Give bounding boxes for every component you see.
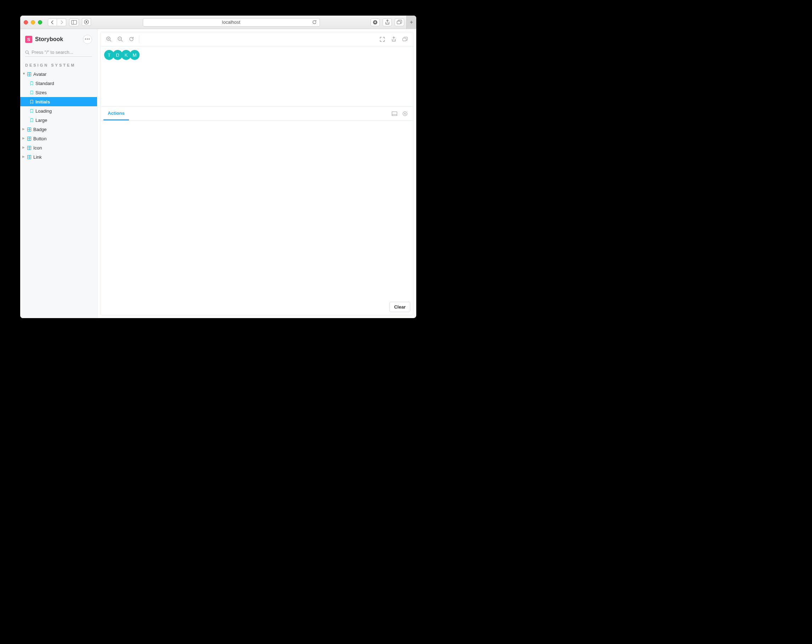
svg-point-6 bbox=[26, 51, 28, 53]
svg-rect-5 bbox=[397, 21, 401, 24]
preview-toolbar bbox=[101, 32, 413, 46]
tree-story-standard[interactable]: Standard bbox=[20, 79, 97, 88]
tree-label: Button bbox=[33, 136, 95, 141]
sidebar-heading: DESIGN SYSTEM bbox=[20, 61, 97, 69]
tree-label: Icon bbox=[33, 145, 95, 151]
sidebar-menu-button[interactable]: ••• bbox=[83, 35, 92, 44]
component-icon bbox=[27, 128, 31, 131]
svg-line-24 bbox=[110, 40, 111, 41]
downloads-button[interactable] bbox=[371, 18, 380, 26]
component-icon bbox=[27, 137, 31, 140]
tree-label: Loading bbox=[35, 108, 95, 114]
share-button[interactable] bbox=[383, 18, 392, 26]
tree-component-link[interactable]: ▶ Link bbox=[20, 152, 97, 162]
chevron-right-icon: ▶ bbox=[22, 136, 25, 140]
forward-button[interactable] bbox=[57, 18, 66, 26]
avatar: M bbox=[130, 50, 140, 60]
tree-label: Avatar bbox=[33, 72, 95, 77]
bookmark-icon bbox=[30, 118, 33, 122]
chevron-right-icon: ▶ bbox=[22, 127, 25, 131]
open-in-new-tab-button[interactable] bbox=[388, 34, 399, 45]
tree-label: Sizes bbox=[35, 90, 95, 95]
search-field[interactable] bbox=[25, 50, 92, 56]
tree-story-large[interactable]: Large bbox=[20, 116, 97, 125]
tree-component-badge[interactable]: ▶ Badge bbox=[20, 125, 97, 134]
chevron-right-icon: ▶ bbox=[22, 146, 25, 149]
brand-title: Storybook bbox=[35, 36, 63, 43]
tree-label: Link bbox=[33, 154, 95, 160]
traffic-lights bbox=[24, 20, 42, 24]
avatar-list: T D K M bbox=[104, 50, 140, 60]
addons-tabs: Actions bbox=[101, 107, 413, 121]
svg-rect-3 bbox=[86, 21, 87, 23]
component-icon bbox=[27, 146, 31, 150]
tree-story-sizes[interactable]: Sizes bbox=[20, 88, 97, 97]
copy-link-button[interactable] bbox=[400, 34, 410, 45]
svg-line-28 bbox=[121, 40, 122, 41]
storybook-app: S Storybook ••• DESIGN SYSTEM ▼ bbox=[20, 29, 416, 318]
addons-panel: Actions Clear bbox=[101, 107, 413, 315]
zoom-in-button[interactable] bbox=[104, 34, 114, 45]
hide-addons-button[interactable] bbox=[400, 108, 410, 119]
fullscreen-button[interactable] bbox=[377, 34, 388, 45]
panel-orientation-button[interactable] bbox=[389, 108, 400, 119]
back-button[interactable] bbox=[48, 18, 57, 26]
tabs-button[interactable] bbox=[395, 18, 404, 26]
svg-rect-0 bbox=[72, 20, 77, 24]
preview-panel: T D K M Actions bbox=[100, 32, 414, 315]
addons-body: Clear bbox=[101, 121, 413, 315]
storybook-logo-icon: S bbox=[25, 36, 32, 43]
window-zoom-button[interactable] bbox=[38, 20, 42, 24]
tree-component-icon[interactable]: ▶ Icon bbox=[20, 143, 97, 152]
sidebar-header: S Storybook ••• bbox=[20, 29, 97, 47]
search-icon bbox=[25, 50, 29, 55]
tree-label: Standard bbox=[35, 81, 95, 86]
url-text: localhost bbox=[222, 20, 240, 25]
sidebar: S Storybook ••• DESIGN SYSTEM ▼ bbox=[20, 29, 98, 318]
privacy-report-button[interactable] bbox=[82, 18, 91, 26]
tree-label: Initials bbox=[35, 99, 95, 104]
zoom-out-button[interactable] bbox=[115, 34, 125, 45]
tree-component-button[interactable]: ▶ Button bbox=[20, 134, 97, 143]
clear-button[interactable]: Clear bbox=[389, 302, 410, 312]
svg-rect-31 bbox=[392, 111, 397, 116]
browser-window: localhost + S Storybook bbox=[20, 15, 416, 318]
reload-icon[interactable] bbox=[312, 20, 317, 24]
chevron-right-icon: ▶ bbox=[22, 155, 25, 158]
bookmark-icon bbox=[30, 100, 33, 104]
component-icon bbox=[27, 72, 31, 76]
sidebar-toggle-button[interactable] bbox=[69, 18, 79, 26]
url-bar[interactable]: localhost bbox=[143, 18, 320, 27]
toolbar-separator bbox=[139, 35, 139, 43]
bookmark-icon bbox=[30, 109, 33, 113]
tree-story-loading[interactable]: Loading bbox=[20, 106, 97, 116]
tree-label: Badge bbox=[33, 127, 95, 132]
explorer-tree: ▼ Avatar Standard Sizes Initials bbox=[20, 69, 97, 162]
nav-buttons bbox=[48, 18, 66, 26]
svg-line-7 bbox=[28, 53, 29, 54]
window-minimize-button[interactable] bbox=[31, 20, 35, 24]
svg-rect-30 bbox=[403, 38, 406, 41]
new-tab-button[interactable]: + bbox=[406, 15, 416, 29]
tab-actions[interactable]: Actions bbox=[104, 107, 129, 121]
bookmark-icon bbox=[30, 81, 33, 85]
component-icon bbox=[27, 155, 31, 159]
preview-canvas: T D K M bbox=[101, 46, 413, 107]
zoom-reset-button[interactable] bbox=[126, 34, 137, 45]
browser-toolbar: localhost + bbox=[20, 15, 416, 29]
window-close-button[interactable] bbox=[24, 20, 28, 24]
tree-component-avatar[interactable]: ▼ Avatar bbox=[20, 69, 97, 79]
bookmark-icon bbox=[30, 91, 33, 95]
brand[interactable]: S Storybook bbox=[25, 36, 63, 43]
tree-story-initials[interactable]: Initials bbox=[20, 97, 97, 106]
main: T D K M Actions bbox=[98, 29, 416, 318]
chevron-down-icon: ▼ bbox=[22, 72, 25, 75]
tree-label: Large bbox=[35, 118, 95, 123]
search-input[interactable] bbox=[32, 50, 92, 55]
